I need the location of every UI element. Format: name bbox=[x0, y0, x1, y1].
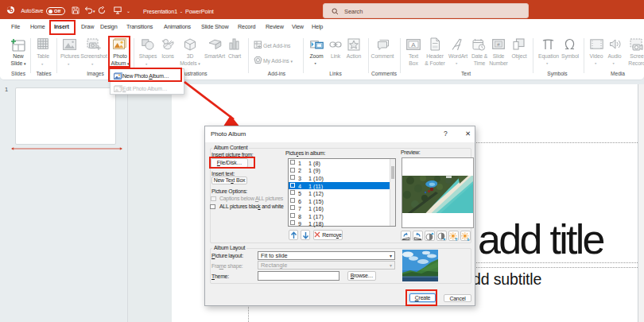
svg-text:A: A bbox=[411, 41, 416, 48]
